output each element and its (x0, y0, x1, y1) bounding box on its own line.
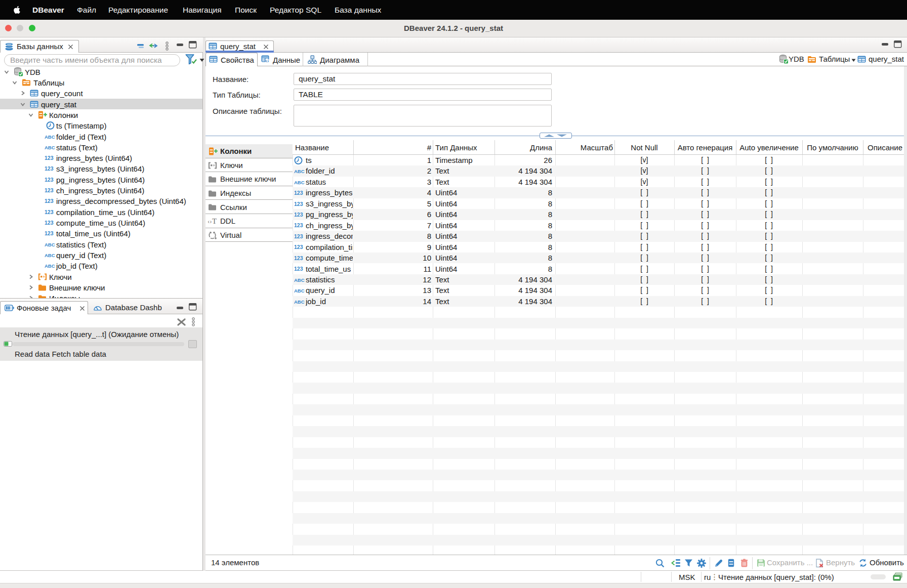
svg-text:T: T (212, 217, 217, 225)
svg-text:‹›: ‹› (208, 217, 212, 225)
svg-text:‹›: ‹› (266, 58, 269, 63)
